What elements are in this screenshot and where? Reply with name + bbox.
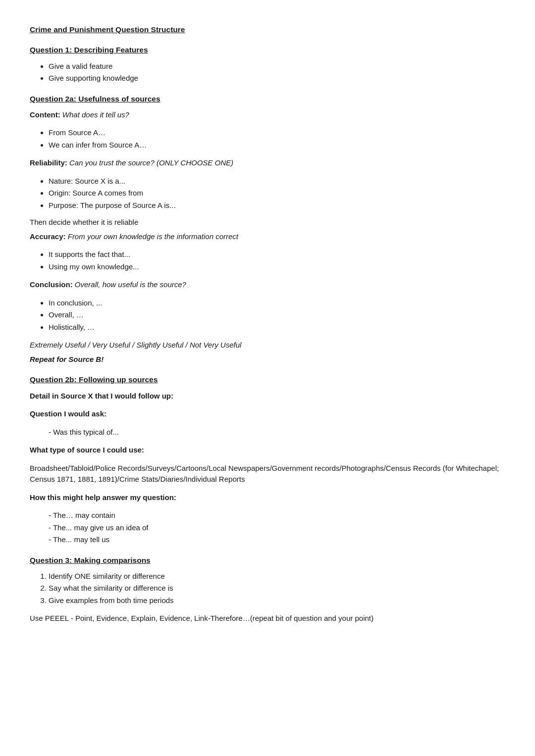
conclusion-label: Conclusion: (30, 280, 73, 289)
detail-heading: Detail in Source X that I would follow u… (30, 392, 173, 400)
main-title: Crime and Punishment Question Structure (30, 24, 505, 35)
q1-heading: Question 1: Describing Features (30, 44, 505, 55)
list-item: From Source A… (49, 127, 505, 139)
list-item: Using my own knowledge... (49, 261, 505, 273)
q1-bullet-list: Give a valid feature Give supporting kno… (49, 61, 505, 84)
question-dash-list: Was this typical of... (49, 427, 505, 438)
list-item: Holistically, … (49, 322, 505, 333)
list-item: Say what the similarity or difference is (49, 583, 505, 594)
peeel-line: Use PEEEL - Point, Evidence, Explain, Ev… (30, 613, 505, 624)
list-item: Give examples from both time periods (49, 595, 505, 606)
source-type-body: Broadsheet/Tabloid/Police Records/Survey… (30, 463, 505, 485)
q3-numbered-list: Identify ONE similarity or difference Sa… (49, 571, 505, 606)
list-item: Give a valid feature (49, 61, 505, 72)
accuracy-description: From your own knowledge is the informati… (66, 232, 238, 241)
list-item: Identify ONE similarity or difference (49, 571, 505, 582)
repeat-line: Repeat for Source B! (30, 354, 505, 365)
list-item: The... may tell us (49, 534, 505, 546)
content-description: What does it tell us? (60, 110, 129, 119)
list-item: Give supporting knowledge (49, 73, 505, 84)
content-label: Content: (30, 110, 60, 119)
reliability-description: Can you trust the source? (ONLY CHOOSE O… (67, 158, 233, 167)
q2b-heading: Question 2b: Following up sources (30, 374, 505, 385)
source-type-heading: What type of source I could use: (30, 446, 144, 454)
reliability-label: Reliability: (30, 158, 67, 167)
list-item: We can infer from Source A… (49, 140, 505, 151)
usefulness-line: Extremely Useful / Very Useful / Slightl… (30, 340, 505, 351)
accuracy-bullet-list: It supports the fact that... Using my ow… (49, 249, 505, 272)
help-dash-list: The… may contain The... may give us an i… (49, 510, 505, 546)
list-item: The… may contain (49, 510, 505, 521)
list-item: Origin: Source A comes from (49, 188, 505, 199)
list-item: Purpose: The purpose of Source A is... (49, 200, 505, 211)
list-item: Overall, … (49, 309, 505, 321)
list-item: In conclusion, ... (49, 298, 505, 309)
help-heading: How this might help answer my question: (30, 493, 176, 502)
accuracy-label: Accuracy: (30, 232, 66, 241)
content-bullet-list: From Source A… We can infer from Source … (49, 127, 505, 151)
list-item: Nature: Source X is a... (49, 176, 505, 187)
conclusion-bullet-list: In conclusion, ... Overall, … Holistical… (49, 298, 505, 333)
list-item: The... may give us an idea of (49, 522, 505, 534)
q3-heading: Question 3: Making comparisons (30, 554, 505, 566)
reliability-bullet-list: Nature: Source X is a... Origin: Source … (49, 176, 505, 211)
list-item: It supports the fact that... (49, 249, 505, 260)
question-heading: Question I would ask: (30, 409, 107, 418)
q2a-heading: Question 2a: Usefulness of sources (30, 93, 505, 104)
document-container: Crime and Punishment Question Structure … (30, 24, 505, 624)
conclusion-description: Overall, how useful is the source? (73, 280, 186, 289)
list-item: Was this typical of... (49, 427, 505, 438)
then-line: Then decide whether it is reliable (30, 217, 505, 228)
